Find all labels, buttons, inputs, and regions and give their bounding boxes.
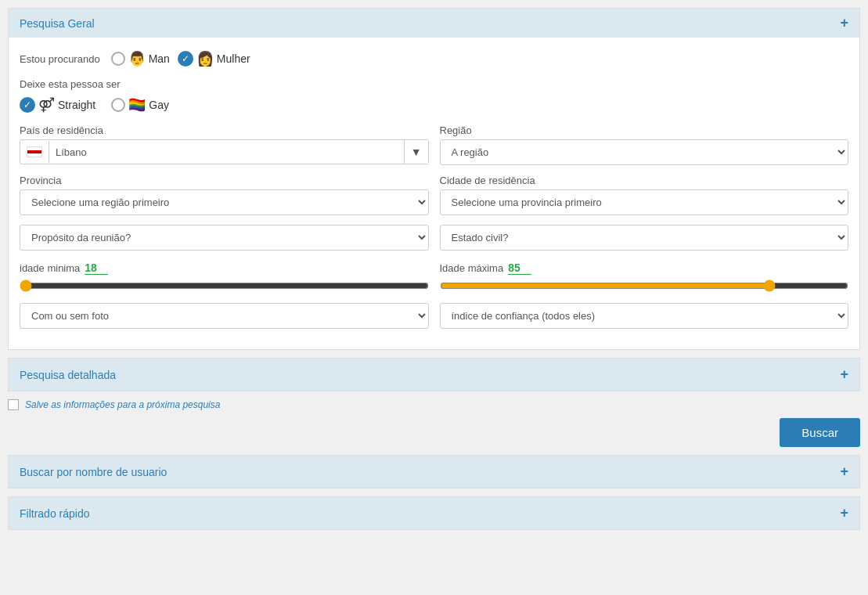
straight-icon: ⚤	[38, 96, 55, 114]
filtrado-rapido-header[interactable]: Filtrado rápido +	[9, 497, 859, 529]
idade-maxima-label: Idade máxima	[440, 262, 504, 274]
proposito-select[interactable]: Propósito da reunião?	[20, 225, 429, 251]
mulher-label: Mulher	[217, 52, 250, 65]
pais-label: País de residência	[20, 124, 429, 136]
mulher-icon: 👩	[196, 50, 214, 67]
pesquisa-geral-section: Pesquisa Geral + Estou procurando 👨 Man …	[8, 8, 860, 350]
mulher-checkbox[interactable]: ✓	[178, 51, 193, 67]
foto-group: Com ou sem foto	[20, 303, 429, 329]
confianca-select[interactable]: índice de confiança (todos eles)	[440, 303, 849, 329]
straight-checkbox[interactable]: ✓	[20, 97, 35, 113]
pesquisa-geral-header[interactable]: Pesquisa Geral +	[9, 9, 859, 38]
gay-option[interactable]: 🏳️‍🌈 Gay	[111, 96, 169, 114]
idade-minima-slider[interactable]	[20, 279, 429, 292]
proposito-estado-row: Propósito da reunião? Estado civil?	[20, 225, 848, 251]
idade-minima-group: idade minima 18	[20, 261, 429, 292]
pais-group: País de residência ▼	[20, 124, 429, 165]
gay-radio[interactable]	[111, 98, 125, 112]
idade-maxima-slider[interactable]	[440, 279, 849, 292]
buscar-usuario-title: Buscar por nombre de usuario	[20, 466, 167, 478]
man-icon: 👨	[128, 50, 146, 67]
save-row: Salve as informações para a próxima pesq…	[8, 399, 860, 410]
filtrado-rapido-title: Filtrado rápido	[20, 507, 90, 520]
deixar-row: Deixe esta pessoa ser	[20, 78, 848, 90]
procurando-row: Estou procurando 👨 Man ✓ 👩 Mulher	[20, 50, 848, 67]
buscar-usuario-header[interactable]: Buscar por nombre de usuario +	[9, 456, 859, 488]
gay-icon: 🏳️‍🌈	[128, 96, 146, 114]
man-radio[interactable]	[111, 52, 125, 66]
idade-maxima-group: Idade máxima 85	[440, 261, 849, 292]
buscar-usuario-section: Buscar por nombre de usuario +	[8, 455, 860, 489]
foto-confianca-row: Com ou sem foto índice de confiança (tod…	[20, 303, 848, 329]
save-checkbox[interactable]	[8, 399, 19, 410]
estado-select[interactable]: Estado civil?	[440, 225, 849, 251]
provincia-cidade-row: Provincia Selecione uma região primeiro …	[20, 175, 848, 215]
man-option[interactable]: 👨 Man	[111, 50, 170, 67]
cidade-label: Cidade de residência	[440, 175, 849, 186]
pesquisa-detalhada-toggle-icon: +	[840, 366, 848, 383]
provincia-label: Provincia	[20, 175, 429, 186]
pesquisa-geral-toggle-icon: +	[840, 15, 848, 31]
pais-select-wrapper[interactable]: ▼	[20, 139, 429, 164]
cidade-select[interactable]: Selecione uma provincia primeiro	[440, 189, 849, 215]
gay-label: Gay	[149, 99, 169, 111]
idade-minima-label: idade minima	[20, 262, 80, 274]
idade-minima-value: 18	[85, 261, 108, 275]
pesquisa-detalhada-title: Pesquisa detalhada	[20, 369, 116, 381]
pesquisa-detalhada-header[interactable]: Pesquisa detalhada +	[9, 359, 859, 391]
filtrado-rapido-section: Filtrado rápido +	[8, 496, 860, 530]
flag-lb-icon	[27, 146, 42, 157]
estado-group: Estado civil?	[440, 225, 849, 251]
idade-maxima-value: 85	[508, 261, 531, 275]
idade-maxima-label-row: Idade máxima 85	[440, 261, 849, 275]
foto-select[interactable]: Com ou sem foto	[20, 303, 429, 329]
buscar-row: Buscar	[8, 418, 860, 447]
pesquisa-detalhada-section: Pesquisa detalhada +	[8, 358, 860, 391]
idade-minima-label-row: idade minima 18	[20, 261, 429, 275]
regiao-group: Região A região	[440, 124, 849, 165]
pais-dropdown-arrow[interactable]: ▼	[404, 140, 428, 164]
save-label: Salve as informações para a próxima pesq…	[25, 399, 220, 410]
pais-regiao-row: País de residência ▼ Região A região	[20, 124, 848, 165]
pesquisa-geral-title: Pesquisa Geral	[20, 17, 95, 30]
pesquisa-geral-body: Estou procurando 👨 Man ✓ 👩 Mulher	[9, 38, 859, 349]
proposito-group: Propósito da reunião?	[20, 225, 429, 251]
age-section: idade minima 18 Idade máxima 85	[20, 261, 848, 292]
regiao-select[interactable]: A região	[440, 139, 849, 165]
procurando-label: Estou procurando	[20, 53, 100, 65]
cidade-group: Cidade de residência Selecione uma provi…	[440, 175, 849, 215]
straight-option[interactable]: ✓ ⚤ Straight	[20, 96, 95, 114]
confianca-group: índice de confiança (todos eles)	[440, 303, 849, 329]
mulher-option[interactable]: ✓ 👩 Mulher	[178, 50, 250, 67]
filtrado-rapido-toggle-icon: +	[840, 505, 848, 521]
provincia-select[interactable]: Selecione uma região primeiro	[20, 189, 429, 215]
procurando-radio-group: 👨 Man ✓ 👩 Mulher	[111, 50, 250, 67]
pais-input[interactable]	[49, 141, 404, 164]
provincia-group: Provincia Selecione uma região primeiro	[20, 175, 429, 215]
buscar-usuario-toggle-icon: +	[840, 463, 848, 480]
man-label: Man	[149, 52, 170, 65]
deixar-label: Deixe esta pessoa ser	[20, 78, 121, 90]
regiao-label: Região	[440, 124, 849, 136]
buscar-button[interactable]: Buscar	[780, 418, 860, 447]
orientation-row: ✓ ⚤ Straight 🏳️‍🌈 Gay	[20, 96, 848, 114]
straight-label: Straight	[58, 99, 95, 111]
lb-flag	[20, 141, 49, 163]
